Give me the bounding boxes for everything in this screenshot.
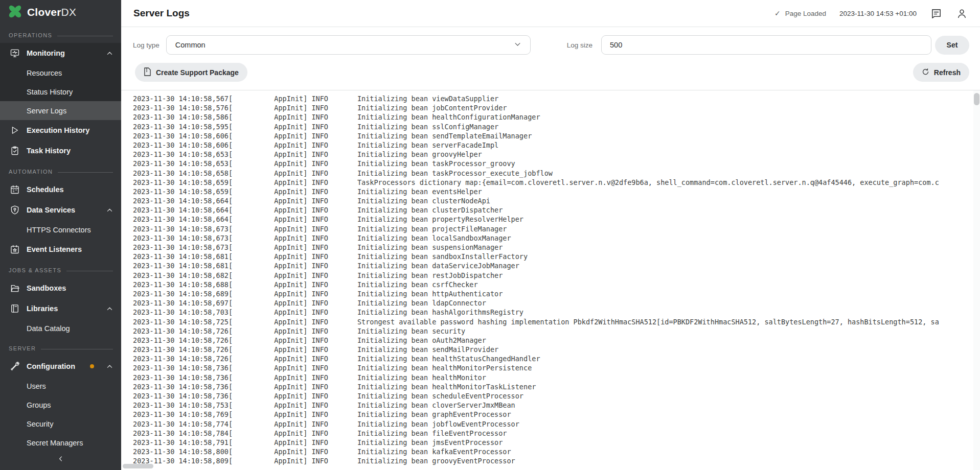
log-line: 2023-11-30 14:10:58,774[ AppInit] INFO I… [133, 419, 972, 429]
log-line: 2023-11-30 14:10:58,726[ AppInit] INFO I… [133, 336, 972, 345]
message-icon[interactable] [930, 7, 942, 19]
sidebar-item-configuration[interactable]: Configuration [0, 356, 121, 377]
sandbox-icon [10, 283, 20, 293]
brand-name-bold: Clover [27, 6, 61, 18]
page-status-label: Page Loaded [785, 10, 826, 17]
sidebar-section-title: AUTOMATION [9, 169, 53, 175]
sidebar-item-execution-history[interactable]: Execution History [0, 120, 121, 140]
log-line: 2023-11-30 14:10:58,673[ AppInit] INFO I… [133, 224, 972, 233]
section-divider [41, 349, 113, 349]
sidebar-item-https-connectors[interactable]: HTTPS Connectors [0, 220, 121, 239]
log-size-input[interactable] [601, 35, 931, 55]
sidebar-item-schedules[interactable]: Schedules [0, 179, 121, 200]
log-line: 2023-11-30 14:10:58,664[ AppInit] INFO I… [133, 215, 972, 224]
log-line: 2023-11-30 14:10:58,567[ AppInit] INFO I… [133, 94, 972, 103]
brand-logo[interactable]: CloverDX [0, 0, 121, 25]
sidebar-section-title: OPERATIONS [9, 32, 52, 38]
log-line: 2023-11-30 14:10:58,659[ AppInit] INFO I… [133, 187, 972, 196]
log-line: 2023-11-30 14:10:58,658[ AppInit] INFO I… [133, 169, 972, 178]
sidebar-item-event-listeners[interactable]: Event Listeners [0, 239, 121, 260]
log-line: 2023-11-30 14:10:58,809[ AppInit] INFO I… [133, 456, 972, 465]
set-button[interactable]: Set [935, 36, 969, 55]
sidebar-footer [0, 450, 121, 470]
sidebar-section-label: OPERATIONS [0, 25, 121, 43]
sidebar-item-groups[interactable]: Groups [0, 395, 121, 414]
sidebar-nav: OPERATIONSMonitoringResourcesStatus Hist… [0, 25, 121, 450]
chevron-down-icon [514, 40, 521, 50]
zip-file-icon [144, 67, 151, 78]
sidebar-item-status-history[interactable]: Status History [0, 82, 121, 101]
vertical-scrollbar-thumb[interactable] [974, 93, 979, 105]
sidebar-item-data-services[interactable]: Data Services [0, 200, 121, 220]
sidebar-group: Sandboxes [0, 278, 121, 298]
sidebar-section-label: JOBS & ASSETS [0, 260, 121, 278]
log-line: 2023-11-30 14:10:58,784[ AppInit] INFO I… [133, 429, 972, 438]
log-line: 2023-11-30 14:10:58,681[ AppInit] INFO I… [133, 261, 972, 270]
sidebar-item-security[interactable]: Security [0, 414, 121, 433]
sidebar-item-server-logs[interactable]: Server Logs [0, 101, 121, 120]
sidebar-item-label: Event Listeners [27, 245, 82, 253]
chevron-up-icon [106, 305, 113, 313]
chevron-up-icon [106, 363, 113, 370]
log-line: 2023-11-30 14:10:58,697[ AppInit] INFO I… [133, 298, 972, 308]
create-support-package-button[interactable]: Create Support Package [135, 63, 247, 82]
sidebar-item-label: Data Services [27, 206, 75, 214]
sidebar-item-label: Execution History [27, 126, 89, 134]
log-line: 2023-11-30 14:10:58,681[ AppInit] INFO I… [133, 252, 972, 261]
log-line: 2023-11-30 14:10:58,736[ AppInit] INFO I… [133, 363, 972, 372]
calendar-icon [10, 184, 20, 195]
chevron-up-icon [106, 206, 113, 214]
sidebar-item-data-catalog[interactable]: Data Catalog [0, 319, 121, 338]
sidebar-collapse-button[interactable] [51, 452, 71, 467]
sidebar-item-libraries[interactable]: Libraries [0, 298, 121, 319]
log-line: 2023-11-30 14:10:58,703[ AppInit] INFO I… [133, 308, 972, 317]
log-line: 2023-11-30 14:10:58,653[ AppInit] INFO I… [133, 150, 972, 159]
sidebar-item-users[interactable]: Users [0, 377, 121, 395]
sidebar-subitem-label: Data Catalog [27, 324, 70, 333]
log-line: 2023-11-30 14:10:58,688[ AppInit] INFO I… [133, 280, 972, 289]
sidebar-item-secret-managers[interactable]: Secret Managers [0, 433, 121, 450]
refresh-button[interactable]: Refresh [913, 63, 969, 82]
sidebar-subitem-label: Users [27, 382, 46, 390]
sidebar-item-resources[interactable]: Resources [0, 63, 121, 82]
sidebar-group: Task History [0, 140, 121, 161]
user-icon[interactable] [955, 7, 968, 19]
log-line: 2023-11-30 14:10:58,736[ AppInit] INFO I… [133, 382, 972, 391]
log-filter-row: Log type Common Log size Set [121, 27, 980, 59]
server-log-viewer[interactable]: 2023-11-30 14:10:58,567[ AppInit] INFO I… [121, 90, 980, 470]
sidebar-group: Data ServicesHTTPS Connectors [0, 200, 121, 239]
log-toolbar-row: Create Support Package Refresh [121, 59, 980, 90]
log-line: 2023-11-30 14:10:58,576[ AppInit] INFO I… [133, 103, 972, 112]
chevron-left-icon [57, 455, 64, 464]
sidebar-item-sandboxes[interactable]: Sandboxes [0, 278, 121, 298]
sidebar-group: MonitoringResourcesStatus HistoryServer … [0, 43, 121, 120]
log-line: 2023-11-30 14:10:58,653[ AppInit] INFO I… [133, 159, 972, 168]
log-line: 2023-11-30 14:10:58,659[ AppInit] INFO T… [133, 178, 972, 187]
sidebar-item-task-history[interactable]: Task History [0, 140, 121, 161]
sidebar-subitem-label: Status History [27, 88, 73, 96]
log-line: 2023-11-30 14:10:58,726[ AppInit] INFO I… [133, 345, 972, 354]
brand-name-light: DX [61, 6, 77, 18]
sidebar-group: Event Listeners [0, 239, 121, 260]
horizontal-scrollbar-thumb[interactable] [123, 464, 153, 468]
sidebar-subitem-label: Server Logs [27, 107, 66, 115]
sidebar-item-label: Monitoring [27, 49, 65, 57]
log-line: 2023-11-30 14:10:58,586[ AppInit] INFO I… [133, 112, 972, 122]
sidebar-group: Execution History [0, 120, 121, 140]
log-line: 2023-11-30 14:10:58,664[ AppInit] INFO I… [133, 196, 972, 205]
log-line: 2023-11-30 14:10:58,673[ AppInit] INFO I… [133, 233, 972, 243]
sidebar-item-monitoring[interactable]: Monitoring [0, 43, 121, 63]
vertical-scrollbar[interactable] [973, 90, 980, 470]
create-support-package-label: Create Support Package [156, 68, 239, 77]
section-divider [58, 172, 113, 173]
log-line: 2023-11-30 14:10:58,664[ AppInit] INFO I… [133, 205, 972, 215]
header-right: ✓ Page Loaded 2023-11-30 14:53 +01:00 [774, 7, 968, 19]
play-icon [10, 125, 20, 135]
sidebar-subitem-label: Security [27, 420, 53, 428]
log-type-select[interactable]: Common [166, 35, 531, 55]
log-line: 2023-11-30 14:10:58,769[ AppInit] INFO I… [133, 410, 972, 419]
log-size-label: Log size [567, 41, 592, 49]
sidebar-subitem-label: Groups [27, 401, 51, 409]
log-line: 2023-11-30 14:10:58,726[ AppInit] INFO I… [133, 354, 972, 363]
shield-icon [10, 205, 20, 215]
